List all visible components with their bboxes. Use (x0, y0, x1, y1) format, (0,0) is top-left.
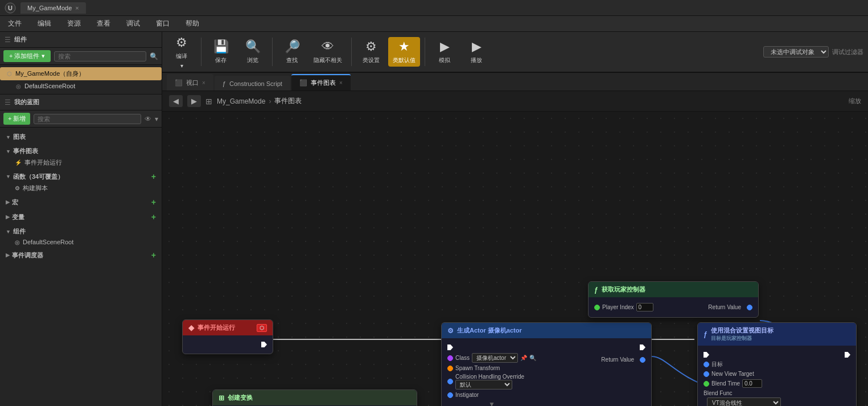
breadcrumb: ◀ ▶ ⊞ My_GameMode › 事件图表 缩放 (162, 91, 868, 112)
forward-button[interactable]: ▶ (187, 95, 201, 107)
comp-item-defaultsceneroot[interactable]: ◎ DefaultSceneRoot (0, 80, 162, 92)
breadcrumb-root[interactable]: My_GameMode (217, 97, 265, 105)
compile-button[interactable]: ⚙ 编译 ▾ (167, 33, 196, 71)
spawn-class-row: Class 摄像机actor 📌 🔍 (447, 352, 536, 364)
simulate-button[interactable]: ▶ 模拟 (430, 37, 459, 67)
save-button[interactable]: 💾 保存 (206, 37, 236, 67)
add-dispatcher-button[interactable]: + (151, 251, 156, 260)
controller-return-pin (747, 305, 752, 310)
menu-debug[interactable]: 调试 (123, 17, 143, 31)
class-settings-button[interactable]: ⚙ 类设置 (356, 37, 386, 67)
tree-section-eventgraph[interactable]: ▼ 事件图表 ⚡ 事件开始运行 (0, 144, 162, 169)
blueprint-title: 我的蓝图 (14, 98, 39, 106)
hide-unrelated-button[interactable]: 👁 隐藏不相关 (309, 37, 347, 67)
menu-file[interactable]: 文件 (5, 17, 25, 31)
components-section-header: ☰ 组件 (0, 32, 162, 48)
tab-viewport[interactable]: ⬛ 视口 × (167, 74, 213, 91)
blueprint-eye-icon[interactable]: 👁 (145, 115, 151, 123)
tab-eventgraph[interactable]: ⬛ 事件图表 × (291, 74, 351, 91)
collision-select[interactable]: 默认 (455, 380, 512, 389)
simulate-icon: ▶ (440, 39, 450, 54)
tree-section-variables[interactable]: ▶ 变量 + (0, 210, 162, 224)
class-select[interactable]: 摄像机actor (472, 353, 518, 363)
node-event-begin[interactable]: ◆ 事件开始运行 ⬡ (182, 319, 273, 354)
spawn-expand-icon[interactable]: ▼ (447, 399, 536, 406)
tree-section-macros[interactable]: ▶ 宏 + (0, 195, 162, 210)
compile-icon: ⚙ (176, 35, 187, 50)
main-tab-label: My_GameMode (27, 5, 72, 11)
browse-button[interactable]: 🔍 浏览 (238, 37, 268, 67)
setview-exec-in-pin (704, 352, 709, 358)
tree-section-components[interactable]: ▼ 组件 ◎ DefaultSceneRoot (0, 224, 162, 248)
add-component-button[interactable]: + 添加组件 ▾ (3, 50, 51, 62)
blueprint-filter-icon[interactable]: ▾ (155, 115, 158, 123)
player-index-pin (594, 305, 600, 310)
blend-time-input[interactable] (742, 379, 762, 388)
tree-item-beginplay[interactable]: ⚡ 事件开始运行 (3, 157, 158, 168)
node-create-transform[interactable]: ⊞ 创建变换 Location X Y Z (212, 389, 417, 406)
add-function-button[interactable]: + (151, 172, 156, 181)
menu-edit[interactable]: 编辑 (34, 17, 55, 31)
spawn-exec-out-pin (640, 345, 645, 350)
setview-exec-in (704, 350, 781, 359)
menu-help[interactable]: 帮助 (182, 17, 203, 31)
components-toolbar: + 添加组件 ▾ 🔍 (0, 48, 162, 65)
component-search-input[interactable] (54, 51, 146, 61)
set-view-icon: ƒ (704, 330, 707, 338)
spawn-return-row: Return Value (601, 355, 645, 364)
instigator-pin (447, 392, 453, 398)
comp-item-gamemode[interactable]: ⬡ My_GameMode（自身） (0, 67, 162, 80)
class-pick-icon[interactable]: 📌 (520, 355, 527, 361)
play-button[interactable]: ▶ 播放 (462, 37, 491, 67)
add-macro-button[interactable]: + (151, 198, 156, 207)
main-tab[interactable]: My_GameMode × (20, 2, 86, 14)
main-tab-close[interactable]: × (75, 5, 79, 11)
get-controller-title: 获取玩家控制器 (602, 285, 645, 294)
set-view-header: ƒ 使用混合设置视图目标 目标是玩家控制器 (698, 323, 856, 346)
toolbar-separator-3 (351, 38, 352, 66)
component-search-icon: 🔍 (150, 52, 158, 60)
menu-view[interactable]: 查看 (93, 17, 114, 31)
blueprint-canvas[interactable]: ◆ 事件开始运行 ⬡ ⊞ 创建变换 (162, 112, 868, 406)
eventgraph-section-label: 事件图表 (13, 147, 38, 155)
node-spawn-actor[interactable]: ⚙ 生成Actor 摄像机actor Clas (441, 322, 652, 406)
menu-assets[interactable]: 资源 (64, 17, 84, 31)
node-set-view[interactable]: ƒ 使用混合设置视图目标 目标是玩家控制器 (697, 322, 857, 406)
spawn-exec-in (447, 343, 536, 352)
menu-window[interactable]: 窗口 (153, 17, 173, 31)
eventgraph-tab-close[interactable]: × (339, 80, 343, 86)
blend-func-select[interactable]: VT混合线性 (707, 397, 781, 406)
blueprint-search-input[interactable] (34, 114, 141, 124)
instigator-row: Instigator (447, 391, 536, 399)
player-index-input[interactable] (636, 303, 653, 311)
collision-pin (447, 379, 453, 384)
graph-section-label: 图表 (13, 133, 26, 141)
create-transform-header: ⊞ 创建变换 (213, 390, 417, 405)
beginplay-icon: ⚡ (15, 159, 22, 166)
event-begin-expand[interactable]: ⬡ (257, 324, 267, 332)
find-button[interactable]: 🔎 查找 (277, 37, 307, 67)
tree-item-construct[interactable]: ⚙ 构建脚本 (3, 183, 158, 194)
viewport-tab-close[interactable]: × (202, 80, 205, 86)
find-icon: 🔎 (285, 39, 300, 54)
add-variable-button[interactable]: + (151, 212, 156, 222)
event-begin-body (183, 335, 273, 354)
tree-section-functions[interactable]: ▼ 函数（34可覆盖） + ⚙ 构建脚本 (0, 169, 162, 195)
tree-section-dispatchers[interactable]: ▶ 事件调度器 + (0, 248, 162, 263)
blend-time-pin (704, 381, 709, 387)
debug-target-select[interactable]: 未选中调试对象 (763, 46, 829, 58)
class-browse-icon[interactable]: 🔍 (529, 355, 536, 361)
back-button[interactable]: ◀ (169, 95, 183, 107)
hide-unrelated-icon: 👁 (322, 39, 334, 54)
toolbar-separator-4 (425, 38, 425, 66)
tab-construction[interactable]: ƒ Construction Script (215, 76, 290, 91)
event-begin-title: 事件开始运行 (198, 323, 235, 332)
tree-item-defaultsceneroot[interactable]: ◎ DefaultSceneRoot (3, 237, 158, 247)
class-defaults-button[interactable]: ★ 类默认值 (388, 37, 420, 67)
blueprint-editor: ⚙ 编译 ▾ 💾 保存 🔍 浏览 🔎 查找 👁 隐藏不相关 (162, 32, 868, 406)
tree-section-graph[interactable]: ▼ 图表 (0, 130, 162, 144)
add-new-button[interactable]: + 新增 (3, 113, 30, 125)
node-get-controller[interactable]: ƒ 获取玩家控制器 Player Index Return Value (588, 281, 759, 318)
exec-out-pin (261, 342, 267, 347)
ue-logo: U (5, 2, 16, 14)
